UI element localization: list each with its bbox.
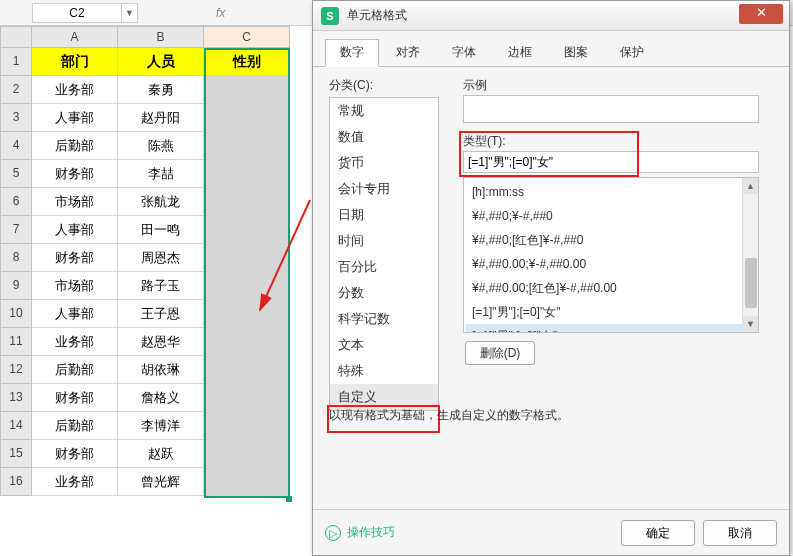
cell[interactable] xyxy=(204,132,290,160)
type-option[interactable]: ¥#,##0;[红色]¥-#,##0 xyxy=(466,228,756,252)
cell[interactable] xyxy=(204,244,290,272)
cell[interactable]: 市场部 xyxy=(32,188,118,216)
row-header[interactable]: 16 xyxy=(0,468,32,496)
tips-link[interactable]: 操作技巧 xyxy=(347,524,613,541)
type-option[interactable]: [=1]"男"];[=0]"女" xyxy=(466,300,756,324)
cell[interactable]: 人事部 xyxy=(32,216,118,244)
cell[interactable]: 后勤部 xyxy=(32,412,118,440)
cell[interactable] xyxy=(204,328,290,356)
cell[interactable]: 业务部 xyxy=(32,328,118,356)
cell[interactable]: 李博洋 xyxy=(118,412,204,440)
tab-align[interactable]: 对齐 xyxy=(381,39,435,66)
category-item[interactable]: 特殊 xyxy=(330,358,438,384)
cell[interactable]: 人事部 xyxy=(32,104,118,132)
cell[interactable]: 后勤部 xyxy=(32,132,118,160)
column-header-b[interactable]: B xyxy=(118,26,204,48)
close-button[interactable]: ✕ xyxy=(739,4,783,24)
cell[interactable]: 周恩杰 xyxy=(118,244,204,272)
cell[interactable]: 张航龙 xyxy=(118,188,204,216)
cell[interactable]: 曾光辉 xyxy=(118,468,204,496)
cell[interactable] xyxy=(204,188,290,216)
scroll-down-icon[interactable]: ▼ xyxy=(743,316,758,332)
type-option[interactable]: ¥#,##0.00;¥-#,##0.00 xyxy=(466,252,756,276)
cell[interactable]: 业务部 xyxy=(32,76,118,104)
cell[interactable] xyxy=(204,384,290,412)
select-all-corner[interactable] xyxy=(0,26,32,48)
row-header[interactable]: 10 xyxy=(0,300,32,328)
cell[interactable]: 财务部 xyxy=(32,384,118,412)
cell[interactable] xyxy=(204,468,290,496)
row-header[interactable]: 5 xyxy=(0,160,32,188)
cancel-button[interactable]: 取消 xyxy=(703,520,777,546)
category-item[interactable]: 货币 xyxy=(330,150,438,176)
type-option[interactable]: [=1]"男";[=0]"女" xyxy=(466,324,756,333)
row-header[interactable]: 13 xyxy=(0,384,32,412)
tab-number[interactable]: 数字 xyxy=(325,39,379,67)
cell[interactable] xyxy=(204,104,290,132)
cell[interactable]: 部门 xyxy=(32,48,118,76)
cell[interactable]: 财务部 xyxy=(32,440,118,468)
scrollbar[interactable]: ▲ ▼ xyxy=(742,178,758,332)
name-box[interactable]: C2 xyxy=(32,3,122,23)
column-header-a[interactable]: A xyxy=(32,26,118,48)
cell[interactable] xyxy=(204,412,290,440)
row-header[interactable]: 4 xyxy=(0,132,32,160)
row-header[interactable]: 8 xyxy=(0,244,32,272)
cell[interactable] xyxy=(204,356,290,384)
category-item[interactable]: 会计专用 xyxy=(330,176,438,202)
row-header[interactable]: 15 xyxy=(0,440,32,468)
cell[interactable] xyxy=(204,300,290,328)
type-option[interactable]: ¥#,##0.00;[红色]¥-#,##0.00 xyxy=(466,276,756,300)
cell[interactable]: 胡依琳 xyxy=(118,356,204,384)
cell[interactable]: 财务部 xyxy=(32,160,118,188)
cell[interactable]: 业务部 xyxy=(32,468,118,496)
dialog-titlebar[interactable]: S 单元格格式 ✕ xyxy=(313,1,789,31)
category-item[interactable]: 科学记数 xyxy=(330,306,438,332)
row-header[interactable]: 2 xyxy=(0,76,32,104)
cell[interactable]: 赵恩华 xyxy=(118,328,204,356)
row-header[interactable]: 9 xyxy=(0,272,32,300)
tab-pattern[interactable]: 图案 xyxy=(549,39,603,66)
cell[interactable]: 性别 xyxy=(204,48,290,76)
cell[interactable] xyxy=(204,272,290,300)
name-box-dropdown[interactable]: ▼ xyxy=(122,3,138,23)
cell[interactable] xyxy=(204,76,290,104)
fill-handle[interactable] xyxy=(286,496,292,502)
row-header[interactable]: 1 xyxy=(0,48,32,76)
cell[interactable] xyxy=(204,160,290,188)
cell[interactable]: 赵丹阳 xyxy=(118,104,204,132)
row-header[interactable]: 12 xyxy=(0,356,32,384)
type-option[interactable]: [h]:mm:ss xyxy=(466,180,756,204)
column-header-c[interactable]: C xyxy=(204,26,290,48)
row-header[interactable]: 6 xyxy=(0,188,32,216)
cell[interactable]: 后勤部 xyxy=(32,356,118,384)
cell[interactable] xyxy=(204,440,290,468)
cell[interactable]: 李喆 xyxy=(118,160,204,188)
cell[interactable]: 詹格义 xyxy=(118,384,204,412)
tab-font[interactable]: 字体 xyxy=(437,39,491,66)
category-item[interactable]: 百分比 xyxy=(330,254,438,280)
cell[interactable]: 人事部 xyxy=(32,300,118,328)
cell[interactable]: 财务部 xyxy=(32,244,118,272)
scroll-up-icon[interactable]: ▲ xyxy=(743,178,758,194)
row-header[interactable]: 3 xyxy=(0,104,32,132)
type-option[interactable]: ¥#,##0;¥-#,##0 xyxy=(466,204,756,228)
category-item[interactable]: 文本 xyxy=(330,332,438,358)
category-item[interactable]: 常规 xyxy=(330,98,438,124)
row-header[interactable]: 7 xyxy=(0,216,32,244)
cell[interactable]: 人员 xyxy=(118,48,204,76)
category-item[interactable]: 日期 xyxy=(330,202,438,228)
cell[interactable]: 路子玉 xyxy=(118,272,204,300)
tab-border[interactable]: 边框 xyxy=(493,39,547,66)
tab-protect[interactable]: 保护 xyxy=(605,39,659,66)
fx-label[interactable]: fx xyxy=(216,6,225,20)
category-item[interactable]: 分数 xyxy=(330,280,438,306)
cell[interactable]: 秦勇 xyxy=(118,76,204,104)
category-list[interactable]: 常规数值货币会计专用日期时间百分比分数科学记数文本特殊自定义 xyxy=(329,97,439,411)
cell[interactable] xyxy=(204,216,290,244)
type-input[interactable] xyxy=(463,151,759,173)
category-item[interactable]: 时间 xyxy=(330,228,438,254)
row-header[interactable]: 11 xyxy=(0,328,32,356)
row-header[interactable]: 14 xyxy=(0,412,32,440)
category-item[interactable]: 数值 xyxy=(330,124,438,150)
